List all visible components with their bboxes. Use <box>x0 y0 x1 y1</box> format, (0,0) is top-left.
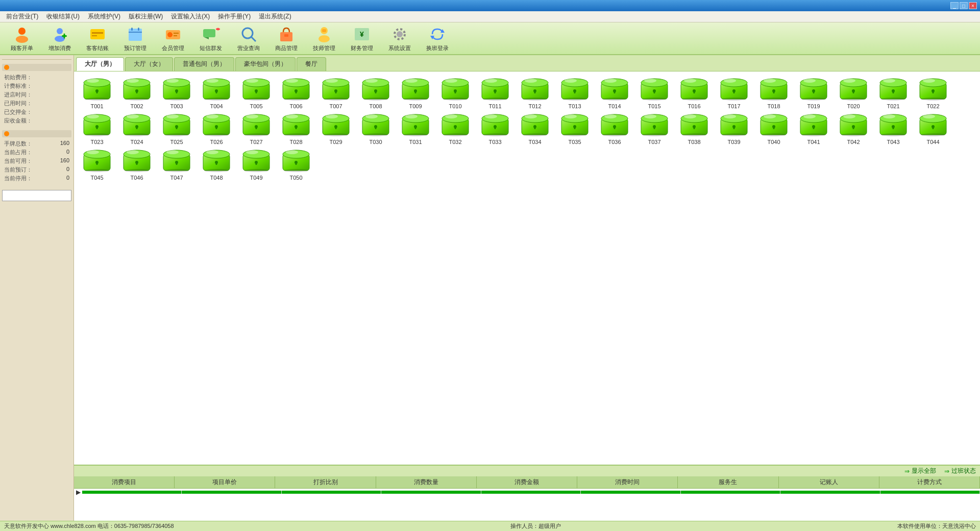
locker-icon <box>798 76 829 102</box>
locker-card[interactable]: T048 <box>198 147 235 181</box>
tab-item-0[interactable]: 大厅（男） <box>76 57 124 71</box>
toolbar-btn-财务管理[interactable]: ¥ 财务管理 <box>344 24 380 53</box>
locker-card[interactable]: T015 <box>635 76 673 109</box>
row-value: 160 <box>60 157 69 165</box>
locker-card[interactable]: T024 <box>118 111 156 145</box>
locker-card[interactable]: T045 <box>78 147 116 181</box>
locker-card[interactable]: T005 <box>237 76 275 109</box>
toolbar-btn-客客结账[interactable]: 客客结账 <box>80 24 115 53</box>
table-header-cell: 服务生 <box>678 476 778 488</box>
locker-card[interactable]: T012 <box>516 76 554 109</box>
svg-rect-199 <box>296 127 297 129</box>
table-header-cell: 项目单价 <box>175 476 275 488</box>
locker-card[interactable]: T014 <box>596 76 633 109</box>
locker-card[interactable]: T002 <box>118 76 156 109</box>
locker-card[interactable]: T022 <box>914 76 952 109</box>
menu-item[interactable]: 设置输入法(X) <box>167 11 214 22</box>
svg-rect-217 <box>415 127 416 129</box>
locker-icon <box>878 111 909 138</box>
locker-card[interactable]: T042 <box>835 111 872 145</box>
locker-card[interactable]: T049 <box>237 147 275 181</box>
locker-label: T024 <box>130 139 143 145</box>
svg-point-323 <box>244 169 268 172</box>
bottom-btn-显示全部[interactable]: ⇒ 显示全部 <box>904 467 936 475</box>
toolbar-btn-技师管理[interactable]: 技师管理 <box>306 24 342 53</box>
locker-card[interactable]: T030 <box>357 111 395 145</box>
tab-item-3[interactable]: 豪华包间（男） <box>235 57 296 71</box>
table-header-cell: 消费项目 <box>74 476 175 488</box>
locker-card[interactable]: T017 <box>715 76 753 109</box>
toolbar-btn-顾客开单[interactable]: 顾客开单 <box>4 24 40 53</box>
tab-item-4[interactable]: 餐厅 <box>297 57 326 71</box>
menu-item[interactable]: 前台营业(T) <box>2 11 42 22</box>
locker-card[interactable]: T025 <box>158 111 195 145</box>
toolbar-btn-会员管理[interactable]: 会员管理 <box>155 24 191 53</box>
locker-card[interactable]: T032 <box>436 111 474 145</box>
minimize-button[interactable]: _ <box>950 2 959 9</box>
svg-point-275 <box>801 133 826 136</box>
toolbar-btn-商品管理[interactable]: 商品管理 <box>268 24 304 53</box>
locker-card[interactable]: T018 <box>755 76 793 109</box>
locker-card[interactable]: T047 <box>158 147 195 181</box>
locker-card[interactable]: T001 <box>78 76 116 109</box>
menu-item[interactable]: 系统维护(V) <box>84 11 125 22</box>
row-label: 当前停用： <box>4 175 32 182</box>
locker-card[interactable]: T040 <box>755 111 793 145</box>
toolbar-btn-换班登录[interactable]: 换班登录 <box>420 24 455 53</box>
toolbar-icon <box>239 25 258 43</box>
locker-card[interactable]: T037 <box>635 111 673 145</box>
locker-card[interactable]: T013 <box>556 76 594 109</box>
menu-item[interactable]: 收银结算(U) <box>42 11 84 22</box>
locker-card[interactable]: T020 <box>835 76 872 109</box>
menu-item[interactable]: 版权注册(W) <box>125 11 167 22</box>
locker-card[interactable]: T028 <box>277 111 315 145</box>
locker-card[interactable]: T027 <box>237 111 275 145</box>
toolbar-btn-营业查询[interactable]: 营业查询 <box>231 24 266 53</box>
svg-point-179 <box>164 133 189 136</box>
tab-item-2[interactable]: 普通包间（男） <box>174 57 234 71</box>
locker-card[interactable]: T016 <box>675 76 713 109</box>
toolbar-btn-预订管理[interactable]: 预订管理 <box>117 24 153 53</box>
locker-card[interactable]: T008 <box>357 76 395 109</box>
svg-point-202 <box>326 114 338 118</box>
locker-label: T017 <box>727 103 740 109</box>
menu-item[interactable]: 操作手册(Y) <box>214 11 255 22</box>
locker-card[interactable]: T033 <box>476 111 514 145</box>
bottom-btn-过班状态[interactable]: ⇒ 过班状态 <box>944 467 976 475</box>
locker-card[interactable]: T026 <box>198 111 235 145</box>
locker-card[interactable]: T021 <box>874 76 912 109</box>
locker-card[interactable]: T009 <box>397 76 434 109</box>
locker-card[interactable]: T044 <box>914 111 952 145</box>
locker-card[interactable]: T050 <box>277 147 315 181</box>
locker-card[interactable]: T006 <box>277 76 315 109</box>
svg-rect-97 <box>495 91 496 93</box>
toolbar-btn-系统设置[interactable]: 系统设置 <box>382 24 418 53</box>
tab-item-1[interactable]: 大厅（女） <box>125 57 173 71</box>
locker-card[interactable]: T011 <box>476 76 514 109</box>
svg-rect-169 <box>96 127 98 129</box>
locker-icon <box>201 76 232 102</box>
locker-card[interactable]: T003 <box>158 76 195 109</box>
locker-card[interactable]: T029 <box>317 111 355 145</box>
locker-card[interactable]: T043 <box>874 111 912 145</box>
locker-card[interactable]: T038 <box>675 111 713 145</box>
locker-card[interactable]: T036 <box>596 111 633 145</box>
locker-card[interactable]: T031 <box>397 111 434 145</box>
locker-card[interactable]: T023 <box>78 111 116 145</box>
locker-card[interactable]: T010 <box>436 76 474 109</box>
locker-card[interactable]: T046 <box>118 147 156 181</box>
quick-search-input[interactable] <box>2 190 71 201</box>
maximize-button[interactable]: □ <box>960 2 968 9</box>
info-row: 应收金额： <box>2 116 71 125</box>
close-button[interactable]: × <box>969 2 977 9</box>
locker-card[interactable]: T004 <box>198 76 235 109</box>
toolbar-btn-短信群发[interactable]: 短信群发 <box>193 24 229 53</box>
locker-card[interactable]: T035 <box>556 111 594 145</box>
locker-card[interactable]: T039 <box>715 111 753 145</box>
locker-card[interactable]: T019 <box>795 76 832 109</box>
locker-card[interactable]: T041 <box>795 111 832 145</box>
menu-item[interactable]: 退出系统(Z) <box>255 11 295 22</box>
locker-card[interactable]: T034 <box>516 111 554 145</box>
locker-card[interactable]: T007 <box>317 76 355 109</box>
toolbar-btn-增加消费[interactable]: 增加消费 <box>42 24 78 53</box>
